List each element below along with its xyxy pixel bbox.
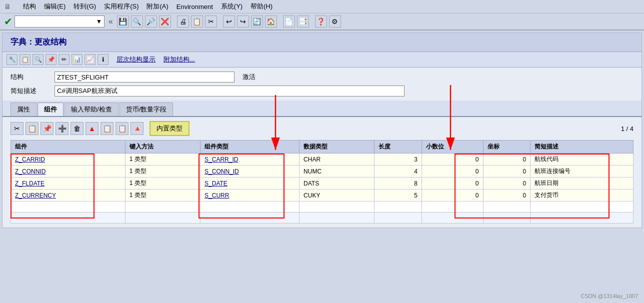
tool4-button[interactable]: 📌 — [46, 54, 56, 65]
builtin-type-button[interactable]: 内置类型 — [150, 121, 190, 136]
table-wrapper: 组件 键入方法 组件类型 数据类型 长度 小数位 坐标 简短描述 Z_CARRI… — [10, 140, 634, 224]
save-button[interactable]: 💾 — [117, 16, 129, 28]
tool5-button[interactable]: ✏ — [58, 54, 70, 65]
refresh-button[interactable]: 🔄 — [251, 16, 263, 28]
col-decimals: 小数位 — [422, 140, 483, 154]
tool2-button[interactable]: 📋 — [20, 54, 30, 65]
append-structure-link[interactable]: 附加结构... — [164, 55, 195, 64]
layout1-button[interactable]: 📄 — [283, 16, 295, 28]
paste-row-button[interactable]: 📌 — [40, 122, 54, 135]
find-button[interactable]: 🔍 — [131, 16, 143, 28]
layout2-button[interactable]: 📑 — [297, 16, 309, 28]
insert-row-button[interactable]: ➕ — [56, 122, 68, 135]
col-input-method: 键入方法 — [125, 140, 200, 154]
move-down-button[interactable]: 📋 — [100, 122, 114, 135]
delete-button[interactable]: ❌ — [159, 16, 171, 28]
find-next-button[interactable]: 🔎 — [145, 16, 157, 28]
table-tool1-button[interactable]: 📋 — [116, 122, 128, 135]
forward-button[interactable]: ↪ — [237, 16, 249, 28]
delete-row-button[interactable]: 🗑 — [70, 122, 84, 135]
tab-components[interactable]: 组件 — [38, 102, 64, 116]
tabs-bar: 属性 组件 输入帮助/检查 货币/数量字段 — [2, 100, 642, 117]
table-tool2-button[interactable]: 🔺 — [130, 122, 144, 135]
back-button[interactable]: ↩ — [223, 16, 235, 28]
table-row-empty — [11, 202, 634, 212]
tool3-button[interactable]: 🔍 — [32, 54, 44, 65]
copy-row-button[interactable]: 📋 — [26, 122, 38, 135]
command-input[interactable]: ▼ — [14, 16, 104, 28]
table-toolbar: ✂ 📋 📌 ➕ 🗑 ▲ 📋 📋 🔺 内置类型 1 / 4 — [10, 121, 634, 136]
help-button[interactable]: ❓ — [315, 16, 327, 28]
table-row[interactable]: Z_CARRID1 类型S_CARR_IDCHAR300航线代码 — [11, 154, 634, 166]
table-section: ✂ 📋 📌 ➕ 🗑 ▲ 📋 📋 🔺 内置类型 1 / 4 组件 键入方法 组件类… — [2, 117, 642, 228]
menu-utilities[interactable]: 实用程序(S) — [104, 2, 138, 11]
toolbar2: 🔧 📋 🔍 📌 ✏ 📊 📈 ℹ 层次结构显示 附加结构... — [2, 52, 642, 68]
cut-button[interactable]: ✂ — [205, 16, 217, 28]
config-button[interactable]: ⚙ — [329, 16, 341, 28]
menu-edit[interactable]: 编辑(E) — [44, 2, 66, 11]
home-button[interactable]: 🏠 — [265, 16, 277, 28]
col-length: 长度 — [374, 140, 422, 154]
tool7-button[interactable]: 📈 — [84, 54, 96, 65]
table-row[interactable]: Z_FLDATE1 类型S_DATEDATS800航班日期 — [11, 178, 634, 190]
page-title: 字典：更改结构 — [2, 33, 642, 52]
table-row[interactable]: Z_CONNID1 类型S_CONN_IDNUMC400航班连接编号 — [11, 166, 634, 178]
table-header-row: 组件 键入方法 组件类型 数据类型 长度 小数位 坐标 简短描述 — [11, 140, 634, 154]
tool6-button[interactable]: 📊 — [72, 54, 82, 65]
cut-row-button[interactable]: ✂ — [10, 122, 24, 135]
col-component-type: 组件类型 — [200, 140, 300, 154]
col-data-type: 数据类型 — [300, 140, 374, 154]
struct-label: 结构 — [10, 72, 50, 82]
data-table: 组件 键入方法 组件类型 数据类型 长度 小数位 坐标 简短描述 Z_CARRI… — [10, 140, 634, 224]
green-check-icon: ✔ — [4, 16, 12, 28]
form-section: 结构 激活 简短描述 — [2, 68, 642, 100]
watermark-text: CSDN @1314lay_1007 — [580, 293, 638, 299]
copy-button[interactable]: 📋 — [191, 16, 203, 28]
menu-environment[interactable]: Environment — [176, 3, 213, 10]
main-area: 字典：更改结构 🔧 📋 🔍 📌 ✏ 📊 📈 ℹ 层次结构显示 附加结构... 结… — [2, 32, 642, 228]
tab-currency-quantity[interactable]: 货币/数量字段 — [120, 102, 174, 116]
table-pager: 1 / 4 — [621, 125, 634, 132]
main-toolbar: ✔ ▼ « 💾 🔍 🔎 ❌ 🖨 📋 ✂ ↩ ↪ 🔄 🏠 📄 📑 ❓ ⚙ — [0, 14, 644, 30]
col-component: 组件 — [11, 140, 126, 154]
menu-bar: 🖥 结构 编辑(E) 转到(G) 实用程序(S) 附加(A) Environme… — [0, 0, 644, 14]
move-up-button[interactable]: ▲ — [86, 122, 98, 135]
table-row[interactable]: Z_CURRENCY1 类型S_CURRCUKY500支付货币 — [11, 190, 634, 202]
tab-attributes[interactable]: 属性 — [10, 102, 36, 116]
app-icon: 🖥 — [4, 2, 11, 10]
menu-goto[interactable]: 转到(G) — [74, 2, 96, 11]
col-coord: 坐标 — [483, 140, 530, 154]
print-button[interactable]: 🖨 — [177, 16, 189, 28]
table-row-empty — [11, 212, 634, 224]
hierarchy-display-link[interactable]: 层次结构显示 — [116, 55, 156, 64]
double-arrow-icon[interactable]: « — [106, 17, 115, 26]
struct-input[interactable] — [54, 72, 234, 82]
menu-help[interactable]: 帮助(H) — [250, 2, 272, 11]
menu-extras[interactable]: 附加(A) — [146, 2, 168, 11]
struct-row: 结构 激活 — [10, 72, 634, 82]
status-label: 激活 — [242, 72, 256, 82]
tool1-button[interactable]: 🔧 — [6, 54, 18, 65]
desc-label: 简短描述 — [10, 86, 50, 96]
tab-input-help[interactable]: 输入帮助/检查 — [64, 102, 118, 116]
tool8-button[interactable]: ℹ — [98, 54, 108, 65]
desc-input[interactable] — [54, 86, 404, 96]
menu-structure[interactable]: 结构 — [23, 2, 36, 11]
menu-system[interactable]: 系统(Y) — [221, 2, 242, 11]
desc-row: 简短描述 — [10, 86, 634, 96]
col-description: 简短描述 — [530, 140, 634, 154]
